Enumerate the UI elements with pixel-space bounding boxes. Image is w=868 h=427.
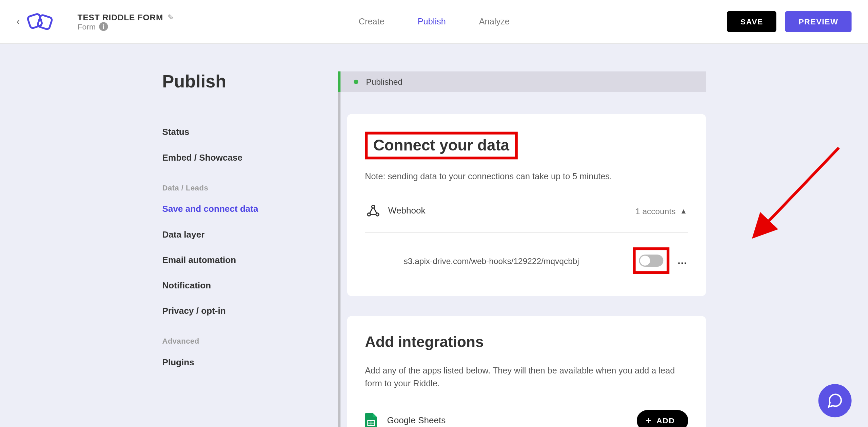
- integration-name: Google Sheets: [387, 415, 627, 425]
- back-chevron-icon[interactable]: ‹: [17, 16, 20, 27]
- integration-row-google-sheets: Google Sheets + ADD: [365, 410, 688, 427]
- more-menu-icon[interactable]: …: [677, 255, 688, 266]
- header: ‹ TEST RIDDLE FORM ✎ Form i Create Publi…: [0, 0, 868, 44]
- sidebar-item-status[interactable]: Status: [162, 120, 338, 145]
- sidebar-group-data: Data / Leads: [162, 184, 338, 192]
- sidebar-item-privacy[interactable]: Privacy / opt-in: [162, 298, 338, 324]
- add-integration-button[interactable]: + ADD: [637, 410, 688, 427]
- integrations-desc: Add any of the apps listed below. They w…: [365, 364, 688, 390]
- app-logo[interactable]: [24, 11, 55, 33]
- sidebar-item-data-layer[interactable]: Data layer: [162, 222, 338, 247]
- page-heading: Publish: [162, 72, 338, 92]
- sidebar: Publish Status Embed / Showcase Data / L…: [0, 72, 338, 427]
- google-sheets-icon: [365, 412, 377, 427]
- svg-line-8: [756, 148, 839, 235]
- integrations-card: Add integrations Add any of the apps lis…: [347, 316, 706, 427]
- status-dot-icon: [354, 79, 358, 84]
- sidebar-group-advanced: Advanced: [162, 337, 338, 345]
- form-title: TEST RIDDLE FORM: [78, 13, 163, 22]
- chevron-up-icon[interactable]: ▲: [680, 207, 687, 215]
- webhook-label: Webhook: [388, 206, 635, 216]
- svg-point-4: [376, 213, 379, 216]
- preview-button[interactable]: PREVIEW: [785, 11, 851, 32]
- webhook-toggle[interactable]: [639, 255, 663, 267]
- edit-title-icon[interactable]: ✎: [167, 13, 174, 22]
- sidebar-item-save-connect[interactable]: Save and connect data: [162, 197, 338, 222]
- save-button[interactable]: SAVE: [727, 11, 776, 32]
- sidebar-item-notification[interactable]: Notification: [162, 273, 338, 298]
- sidebar-item-embed[interactable]: Embed / Showcase: [162, 145, 338, 170]
- plus-icon: +: [646, 415, 652, 425]
- connect-card: Connect your data Note: sending data to …: [347, 114, 706, 296]
- connect-title: Connect your data: [373, 137, 509, 154]
- sidebar-item-email-auto[interactable]: Email automation: [162, 247, 338, 273]
- nav-tabs: Create Publish Analyze: [359, 17, 510, 26]
- tab-publish[interactable]: Publish: [418, 17, 446, 26]
- integrations-title: Add integrations: [365, 334, 688, 351]
- webhook-url: s3.apix-drive.com/web-hooks/129222/mqvqc…: [403, 256, 633, 265]
- chat-fab[interactable]: [818, 384, 852, 417]
- tab-create[interactable]: Create: [359, 17, 384, 26]
- info-icon[interactable]: i: [99, 22, 108, 31]
- accounts-count: 1 accounts: [635, 206, 675, 216]
- tab-analyze[interactable]: Analyze: [479, 17, 510, 26]
- content: Published Connect your data Note: sendin…: [338, 72, 868, 427]
- status-bar[interactable]: Published: [338, 72, 706, 92]
- webhook-header[interactable]: Webhook 1 accounts ▲: [365, 204, 688, 218]
- form-type: Form: [78, 22, 96, 31]
- connect-note: Note: sending data to your connections c…: [365, 171, 688, 181]
- svg-point-3: [368, 213, 370, 216]
- webhook-icon: [366, 204, 380, 218]
- annotation-arrow: [745, 143, 844, 240]
- sidebar-item-plugins[interactable]: Plugins: [162, 350, 338, 375]
- webhook-row: s3.apix-drive.com/web-hooks/129222/mqvqc…: [365, 232, 688, 274]
- annotation-box-toggle: [633, 247, 670, 274]
- title-block: TEST RIDDLE FORM ✎ Form i: [78, 13, 174, 31]
- svg-rect-1: [37, 15, 53, 30]
- annotation-box-title: Connect your data: [365, 132, 517, 160]
- status-label: Published: [366, 77, 402, 86]
- add-label: ADD: [656, 416, 675, 425]
